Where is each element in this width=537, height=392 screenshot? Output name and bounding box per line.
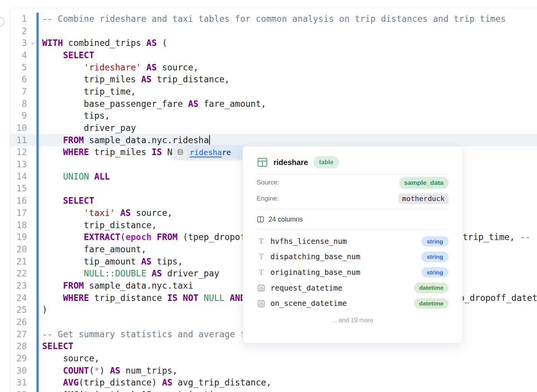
code-text[interactable]: AVG(trip_time) AS avg_trip_time, — [39, 389, 537, 392]
line-number[interactable]: 5 — [21, 62, 27, 72]
code-text[interactable]: -- Combine rideshare and taxi tables for… — [39, 13, 537, 25]
code-line[interactable]: 29 source, — [10, 352, 537, 364]
line-number[interactable]: 15 — [16, 183, 27, 193]
panel-edge-button-fragment[interactable] — [0, 17, 5, 27]
line-number-gutter[interactable]: 2 — [10, 25, 36, 37]
line-number[interactable]: 14 — [16, 172, 27, 181]
line-number-gutter[interactable]: 24 — [10, 292, 36, 304]
line-number[interactable]: 24 — [16, 293, 27, 303]
line-number[interactable]: 7 — [21, 87, 27, 96]
code-text[interactable]: AVG(trip_distance) AS avg_trip_distance, — [39, 377, 537, 389]
line-number-gutter[interactable]: 32 — [10, 389, 36, 392]
code-line[interactable]: 11 FROM sample_data.nyc.ridesha — [10, 134, 537, 146]
line-number-gutter[interactable]: 20 — [10, 243, 36, 255]
line-number[interactable]: 11 — [16, 135, 27, 145]
line-number-gutter[interactable]: 10 — [10, 122, 36, 134]
line-number[interactable]: 32 — [16, 390, 27, 392]
line-number-gutter[interactable]: 12 — [10, 146, 36, 158]
line-number-gutter[interactable]: 15 — [10, 183, 36, 195]
code-line[interactable]: 2 — [10, 25, 537, 37]
line-number[interactable]: 10 — [16, 123, 27, 133]
code-text[interactable]: base_passenger_fare AS fare_amount, — [39, 98, 537, 110]
code-text[interactable]: trip_miles AS trip_distance, — [39, 73, 537, 85]
line-number[interactable]: 18 — [16, 220, 27, 230]
line-number-gutter[interactable]: 18 — [10, 219, 36, 231]
line-number-gutter[interactable]: 13 — [10, 158, 36, 170]
line-number[interactable]: 4 — [21, 50, 27, 60]
line-number[interactable]: 17 — [16, 208, 27, 218]
line-number-gutter[interactable]: 27 — [10, 328, 36, 340]
line-number-gutter[interactable]: 17 — [10, 207, 36, 219]
code-line[interactable]: 30 COUNT(*) AS num_trips, — [10, 364, 537, 377]
code-line[interactable]: 1-- Combine rideshare and taxi tables fo… — [10, 13, 537, 25]
code-text[interactable]: driver_pay — [39, 122, 537, 134]
line-number-gutter[interactable]: 4 — [10, 49, 36, 61]
line-number[interactable]: 23 — [16, 281, 27, 291]
line-number-gutter[interactable]: 29 — [10, 352, 36, 364]
line-number-gutter[interactable]: 28 — [10, 340, 36, 353]
code-line[interactable]: 3⌄WITH combined_trips AS ( — [10, 37, 537, 49]
line-number-gutter[interactable]: 11 — [10, 134, 36, 146]
line-number[interactable]: 9 — [21, 111, 27, 121]
code-token — [42, 232, 84, 242]
line-number[interactable]: 2 — [21, 26, 27, 36]
line-number-gutter[interactable]: 23 — [10, 279, 36, 292]
line-number-gutter[interactable]: 25 — [10, 304, 36, 316]
line-number[interactable]: 20 — [16, 244, 27, 254]
code-text[interactable]: tips, — [39, 110, 537, 122]
line-number-gutter[interactable]: 8 — [10, 98, 36, 110]
code-line[interactable]: 7 trip_time, — [10, 85, 537, 98]
line-number-gutter[interactable]: 26 — [10, 316, 36, 328]
code-line[interactable]: 5 'rideshare' AS source, — [10, 61, 537, 74]
code-line[interactable]: 31 AVG(trip_distance) AS avg_trip_distan… — [10, 377, 537, 389]
line-number-gutter[interactable]: 5 — [10, 61, 36, 74]
line-number[interactable]: 26 — [16, 317, 27, 327]
code-text[interactable]: WITH combined_trips AS ( — [39, 37, 537, 49]
line-number-gutter[interactable]: 22 — [10, 267, 36, 279]
line-number[interactable]: 29 — [16, 353, 27, 363]
code-token: N — [162, 147, 172, 157]
autocomplete-popup[interactable]: rideshare — [174, 146, 244, 158]
code-line[interactable]: 6 trip_miles AS trip_distance, — [10, 73, 537, 85]
line-number-gutter[interactable]: 1 — [10, 13, 36, 25]
line-number[interactable]: 6 — [21, 74, 27, 84]
code-line[interactable]: 4 SELECT — [10, 49, 537, 61]
line-number[interactable]: 31 — [16, 377, 27, 387]
line-number[interactable]: 8 — [21, 99, 27, 109]
code-line[interactable]: 9 tips, — [10, 110, 537, 122]
line-number-gutter[interactable]: 30 — [10, 364, 36, 377]
code-line[interactable]: 10 driver_pay — [10, 122, 537, 134]
autocomplete-item-rideshare[interactable]: rideshare — [187, 146, 244, 158]
line-number[interactable]: 30 — [16, 366, 27, 376]
line-number-gutter[interactable]: 14 — [10, 170, 36, 183]
line-number[interactable]: 12 — [16, 147, 27, 157]
line-number[interactable]: 19 — [16, 232, 27, 242]
line-number[interactable]: 16 — [16, 196, 27, 206]
line-number-gutter[interactable]: 3⌄ — [10, 37, 36, 49]
code-text[interactable]: COUNT(*) AS num_trips, — [39, 364, 537, 377]
code-text[interactable]: source, — [39, 352, 537, 364]
code-text[interactable]: SELECT — [39, 49, 537, 61]
line-number[interactable]: 13 — [16, 159, 27, 169]
line-number-gutter[interactable]: 21 — [10, 255, 36, 268]
code-line[interactable]: 32 AVG(trip_time) AS avg_trip_time, — [10, 389, 537, 392]
line-number[interactable]: 28 — [16, 341, 27, 351]
line-number-gutter[interactable]: 6 — [10, 73, 36, 85]
code-text[interactable]: trip_time, — [39, 85, 537, 98]
fold-chevron-icon[interactable]: ⌄ — [30, 39, 35, 46]
line-number-gutter[interactable]: 16 — [10, 194, 36, 207]
line-number[interactable]: 1 — [21, 14, 27, 24]
code-text[interactable]: FROM sample_data.nyc.ridesha — [39, 134, 537, 146]
line-number-gutter[interactable]: 7 — [10, 85, 36, 98]
line-number[interactable]: 27 — [16, 329, 27, 339]
line-number[interactable]: 22 — [16, 268, 27, 278]
line-number[interactable]: 21 — [16, 256, 27, 266]
line-number[interactable]: 3 — [21, 38, 27, 48]
line-number-gutter[interactable]: 31 — [10, 377, 36, 389]
line-number-gutter[interactable]: 9 — [10, 110, 36, 122]
code-line[interactable]: 8 base_passenger_fare AS fare_amount, — [10, 98, 537, 110]
code-text[interactable] — [39, 25, 537, 37]
line-number-gutter[interactable]: 19 — [10, 231, 36, 243]
line-number[interactable]: 25 — [16, 305, 27, 315]
code-text[interactable]: 'rideshare' AS source, — [39, 61, 537, 74]
